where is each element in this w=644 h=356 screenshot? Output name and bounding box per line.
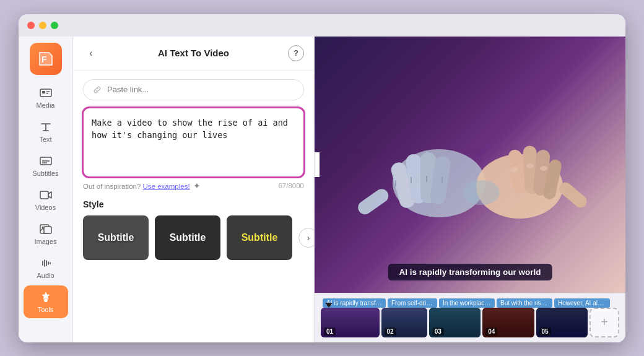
subtitles-icon: [39, 154, 53, 168]
svg-text:F: F: [41, 54, 47, 64]
media-label: Media: [37, 102, 55, 109]
sidebar-item-tools[interactable]: Tools: [24, 285, 68, 318]
images-label: Images: [34, 238, 56, 245]
track-thumb-3[interactable]: 03: [429, 308, 481, 337]
caption-bar: AI is rapidly transforming our world: [388, 264, 552, 280]
audio-icon: [39, 256, 53, 270]
clip-caption-3: In the workplace, AI is a...: [439, 298, 495, 308]
track-thumb-4[interactable]: 04: [482, 308, 534, 337]
track-num-2: 02: [385, 328, 396, 336]
style-card-1[interactable]: Subtitle: [83, 215, 149, 260]
preview-visual: [315, 37, 625, 293]
sidebar-item-media[interactable]: Media: [24, 81, 68, 114]
sidebar: F Media Text: [19, 37, 73, 342]
svg-point-10: [41, 226, 43, 228]
timeline-tracks: 01 02 03: [321, 308, 619, 337]
clip-caption-5: However, AI also pr...: [554, 298, 610, 308]
style-card-1-label: Subtitle: [98, 232, 134, 243]
inspiration-text: Out of inspiration? Use examples! ✦: [83, 181, 201, 191]
collapse-button[interactable]: ‹: [315, 152, 320, 177]
track-thumb-2[interactable]: 02: [381, 308, 427, 337]
robot-hand-svg: [334, 78, 606, 251]
close-button[interactable]: [27, 22, 35, 29]
videos-icon: [39, 188, 53, 202]
style-card-3-label: Subtitle: [242, 232, 278, 243]
sidebar-item-images[interactable]: Images: [24, 217, 68, 250]
add-clip-button[interactable]: +: [590, 308, 619, 337]
sidebar-item-text[interactable]: Text: [24, 115, 68, 148]
svg-point-12: [44, 298, 48, 302]
sidebar-item-audio[interactable]: Audio: [24, 251, 68, 284]
track-num-3: 03: [432, 328, 444, 336]
svg-point-30: [511, 167, 518, 172]
preview-area: AI is rapidly transforming our world ‹ A…: [315, 37, 625, 342]
track-num-5: 05: [539, 328, 551, 336]
char-count: 67/8000: [278, 182, 304, 189]
svg-point-31: [526, 163, 534, 168]
style-next-button[interactable]: ›: [298, 228, 314, 248]
style-card-2-label: Subtitle: [170, 232, 206, 243]
help-button[interactable]: ?: [288, 45, 304, 61]
clip-caption-4: But with the rise of AI c...: [497, 298, 552, 308]
text-icon: [39, 120, 53, 134]
link-input-wrap[interactable]: [83, 79, 304, 100]
panel: ‹ AI Text To Video ?: [73, 37, 315, 342]
svg-rect-8: [40, 191, 48, 199]
svg-rect-29: [557, 180, 590, 210]
app-logo[interactable]: F: [30, 43, 62, 75]
track-num-1: 01: [324, 328, 336, 336]
subtitles-label: Subtitles: [32, 170, 58, 177]
panel-title: AI Text To Video: [158, 48, 229, 58]
use-examples-link[interactable]: Use examples!: [143, 183, 190, 190]
style-options: Subtitle Subtitle Subtitle ›: [83, 215, 304, 260]
svg-point-33: [463, 180, 500, 205]
link-icon: [92, 85, 102, 95]
media-icon: [39, 86, 53, 100]
panel-body: Out of inspiration? Use examples! ✦ 67/8…: [73, 71, 314, 342]
panel-header: ‹ AI Text To Video ?: [73, 37, 314, 71]
sidebar-item-subtitles[interactable]: Subtitles: [24, 149, 68, 182]
text-area-wrap: [83, 108, 304, 177]
app-window: F Media Text: [19, 14, 625, 342]
svg-rect-11: [44, 227, 51, 233]
link-input[interactable]: [107, 85, 295, 94]
svg-point-32: [540, 166, 547, 171]
track-thumb-5[interactable]: 05: [536, 308, 588, 337]
images-icon: [39, 222, 53, 236]
sidebar-item-videos[interactable]: Videos: [24, 183, 68, 216]
minimize-button[interactable]: [39, 22, 46, 29]
track-thumb-1[interactable]: 01: [321, 308, 380, 337]
back-button[interactable]: ‹: [83, 45, 99, 61]
preview-image-wrap: AI is rapidly transforming our world ‹: [315, 37, 625, 293]
preview-image: AI is rapidly transforming our world: [315, 37, 625, 293]
videos-label: Videos: [35, 204, 56, 211]
text-area[interactable]: [92, 116, 295, 166]
maximize-button[interactable]: [51, 22, 58, 29]
style-label: Style: [83, 199, 304, 209]
timeline-area: AI is rapidly transfo... From self-drivi…: [315, 293, 625, 342]
logo-icon: F: [37, 50, 55, 68]
timeline-wrapper: 01 02 03: [321, 308, 619, 337]
clip-caption-2: From self-drivi...: [388, 298, 437, 308]
caption-text: AI is rapidly transforming our world: [399, 267, 541, 277]
playhead-triangle: [325, 303, 333, 308]
clip-captions-row: AI is rapidly transfo... From self-drivi…: [321, 298, 619, 308]
style-card-2[interactable]: Subtitle: [155, 215, 220, 260]
audio-label: Audio: [37, 272, 54, 279]
traffic-lights: [27, 22, 58, 29]
svg-rect-2: [42, 91, 45, 93]
track-num-4: 04: [485, 328, 497, 336]
text-label: Text: [39, 136, 51, 143]
tools-label: Tools: [38, 306, 54, 313]
text-area-footer: Out of inspiration? Use examples! ✦ 67/8…: [83, 181, 304, 191]
svg-rect-1: [40, 89, 51, 97]
svg-rect-19: [355, 186, 391, 217]
titlebar: [19, 14, 625, 37]
tools-icon: [39, 290, 53, 304]
style-card-3[interactable]: Subtitle: [227, 215, 292, 260]
main-layout: F Media Text: [19, 37, 625, 342]
